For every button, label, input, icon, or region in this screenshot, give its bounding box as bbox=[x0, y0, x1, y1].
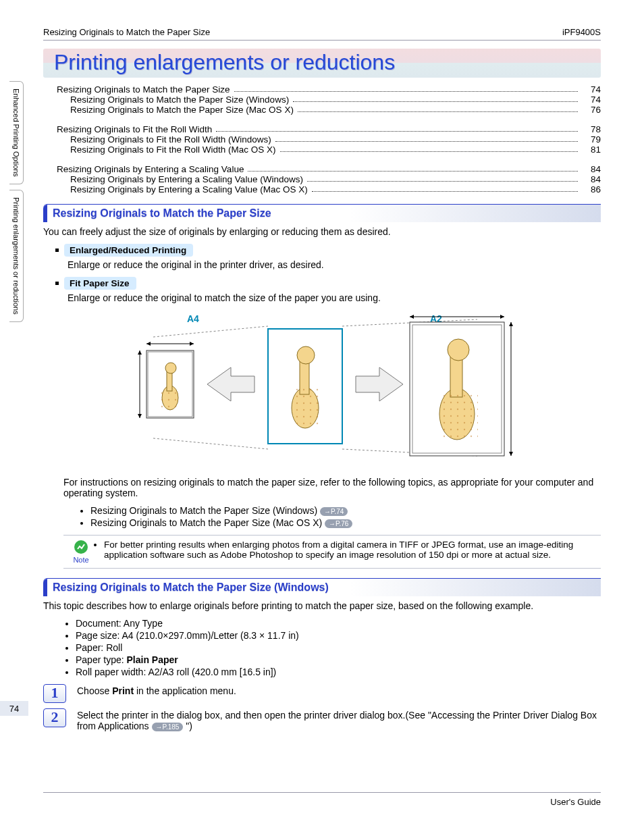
section-title: Resizing Originals to Match the Paper Si… bbox=[53, 581, 329, 594]
svg-point-9 bbox=[165, 363, 176, 373]
toc-page: 81 bbox=[582, 145, 601, 155]
link-text[interactable]: Resizing Originals to Match the Paper Si… bbox=[90, 505, 317, 516]
section-title: Resizing Originals to Match the Paper Si… bbox=[53, 207, 271, 219]
toc-group: Resizing Originals by Entering a Scaling… bbox=[57, 164, 601, 194]
list-item: Paper: Roll bbox=[76, 642, 601, 653]
bullet-icon bbox=[55, 249, 59, 252]
svg-marker-12 bbox=[146, 342, 151, 346]
toc-label: Resizing Originals by Entering a Scaling… bbox=[70, 174, 303, 184]
step-text: Select the printer in the dialog box, an… bbox=[77, 708, 601, 731]
note-icon: Note bbox=[69, 540, 93, 564]
toc-page: 84 bbox=[582, 174, 601, 184]
svg-point-21 bbox=[297, 346, 315, 364]
step-text: Choose Print in the application menu. bbox=[77, 684, 601, 703]
svg-marker-17 bbox=[207, 367, 254, 401]
note-text: For better printing results when enlargi… bbox=[93, 540, 595, 560]
list-item: Document: Any Type bbox=[76, 618, 601, 629]
svg-line-2 bbox=[153, 438, 268, 449]
toc-page: 74 bbox=[582, 95, 601, 105]
toc-row[interactable]: Resizing Originals by Entering a Scaling… bbox=[57, 164, 601, 174]
svg-line-1 bbox=[153, 326, 268, 337]
side-tab-enhanced[interactable]: Enhanced Printing Options bbox=[9, 81, 24, 184]
footer: User's Guide bbox=[43, 792, 601, 807]
para: Enlarge or reduce the original to match … bbox=[68, 292, 601, 303]
hl-label: Fit Paper Size bbox=[64, 277, 136, 290]
svg-point-28 bbox=[448, 339, 469, 361]
svg-rect-10 bbox=[160, 388, 180, 408]
list-item: Resizing Originals to Match the Paper Si… bbox=[90, 517, 601, 528]
toc-row[interactable]: Resizing Originals to Fit the Roll Width… bbox=[57, 124, 601, 134]
para: Enlarge or reduce the original in the pr… bbox=[68, 259, 601, 270]
svg-marker-16 bbox=[138, 414, 142, 418]
list-item: Paper type: Plain Paper bbox=[76, 654, 601, 665]
svg-rect-22 bbox=[292, 388, 322, 425]
side-tab-printing[interactable]: Printing enlargements or reductions bbox=[9, 190, 24, 322]
svg-marker-34 bbox=[509, 322, 513, 326]
toc-row[interactable]: Resizing Originals by Entering a Scaling… bbox=[57, 184, 601, 194]
highlight-bullet: Fit Paper Size bbox=[55, 277, 601, 290]
svg-marker-13 bbox=[190, 342, 194, 346]
toc-label: Resizing Originals to Match the Paper Si… bbox=[70, 105, 294, 115]
toc-page: 84 bbox=[582, 164, 601, 174]
note-box: Note For better printing results when en… bbox=[63, 535, 601, 569]
toc-row[interactable]: Resizing Originals to Fit the Roll Width… bbox=[57, 145, 601, 155]
note-text-item: For better printing results when enlargi… bbox=[104, 540, 595, 560]
step: 1 Choose Print in the application menu. bbox=[43, 684, 601, 703]
svg-marker-35 bbox=[509, 452, 513, 456]
footer-right: User's Guide bbox=[550, 797, 601, 807]
para: This topic describes how to enlarge orig… bbox=[43, 600, 601, 611]
svg-marker-31 bbox=[410, 315, 414, 319]
page-ref-badge[interactable]: →P.185 bbox=[152, 723, 184, 731]
toc-row[interactable]: Resizing Originals to Match the Paper Si… bbox=[57, 84, 601, 95]
highlight-bullet: Enlarged/Reduced Printing bbox=[55, 244, 601, 257]
page-ref-badge[interactable]: →P.76 bbox=[325, 519, 352, 528]
page-title-bar: Printing enlargements or reductions bbox=[43, 49, 601, 78]
svg-marker-23 bbox=[356, 367, 403, 401]
toc-page: 76 bbox=[582, 105, 601, 115]
toc-page: 86 bbox=[582, 184, 601, 194]
toc-page: 78 bbox=[582, 124, 601, 134]
label-a4: A4 bbox=[187, 313, 199, 324]
toc-row[interactable]: Resizing Originals to Match the Paper Si… bbox=[57, 105, 601, 115]
rule bbox=[43, 40, 601, 41]
toc-label: Resizing Originals to Match the Paper Si… bbox=[70, 95, 289, 105]
para: For instructions on resizing originals t… bbox=[63, 477, 601, 498]
svg-marker-32 bbox=[500, 315, 504, 319]
toc-row[interactable]: Resizing Originals to Match the Paper Si… bbox=[57, 95, 601, 105]
bullet-icon bbox=[55, 282, 59, 285]
toc-label: Resizing Originals to Fit the Roll Width bbox=[57, 124, 212, 134]
toc-row[interactable]: Resizing Originals to Fit the Roll Width… bbox=[57, 134, 601, 145]
list-item: Resizing Originals to Match the Paper Si… bbox=[90, 505, 601, 516]
svg-marker-15 bbox=[138, 350, 142, 355]
step-number: 2 bbox=[43, 708, 66, 727]
page-ref-badge[interactable]: →P.74 bbox=[320, 507, 348, 516]
list-item: Page size: A4 (210.0×297.0mm)/Letter (8.… bbox=[76, 630, 601, 641]
toc-page: 79 bbox=[582, 134, 601, 145]
toc-label: Resizing Originals to Match the Paper Si… bbox=[57, 84, 230, 95]
para: You can freely adjust the size of origin… bbox=[43, 226, 601, 237]
page-title: Printing enlargements or reductions bbox=[54, 50, 395, 74]
toc-group: Resizing Originals to Fit the Roll Width… bbox=[57, 124, 601, 155]
toc-page: 74 bbox=[582, 84, 601, 95]
page-number-badge: 74 bbox=[0, 701, 28, 716]
section-header: Resizing Originals to Match the Paper Si… bbox=[43, 204, 601, 222]
toc-label: Resizing Originals to Fit the Roll Width… bbox=[70, 145, 276, 155]
toc-group: Resizing Originals to Match the Paper Si… bbox=[57, 84, 601, 115]
toc-label: Resizing Originals by Entering a Scaling… bbox=[57, 164, 244, 174]
breadcrumb: Resizing Originals to Match the Paper Si… bbox=[43, 27, 210, 37]
step-number: 1 bbox=[43, 684, 66, 703]
resize-diagram: A4 A2 bbox=[113, 310, 531, 461]
toc-label: Resizing Originals to Fit the Roll Width… bbox=[70, 134, 271, 145]
list-item: Roll paper width: A2/A3 roll (420.0 mm [… bbox=[76, 667, 601, 677]
link-text[interactable]: Resizing Originals to Match the Paper Si… bbox=[90, 517, 322, 528]
model-code: iPF9400S bbox=[562, 27, 601, 37]
hl-label: Enlarged/Reduced Printing bbox=[64, 244, 193, 257]
step: 2 Select the printer in the dialog box, … bbox=[43, 708, 601, 731]
section-header: Resizing Originals to Match the Paper Si… bbox=[43, 578, 601, 596]
note-label: Note bbox=[73, 556, 88, 564]
toc-label: Resizing Originals by Entering a Scaling… bbox=[70, 184, 308, 194]
toc-row[interactable]: Resizing Originals by Entering a Scaling… bbox=[57, 174, 601, 184]
svg-rect-29 bbox=[441, 390, 478, 438]
